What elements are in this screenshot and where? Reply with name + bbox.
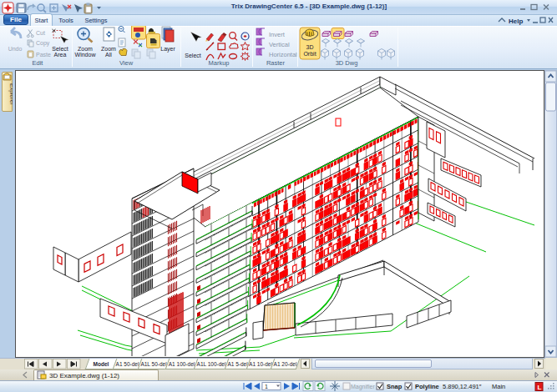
svg-text:Snap: Snap	[387, 383, 403, 390]
svg-text:1: 1	[265, 384, 268, 389]
svg-text:Magnifier: Magnifier	[351, 384, 375, 390]
svg-text:5.890,12.491″: 5.890,12.491″	[443, 383, 482, 390]
svg-text:Polyline: Polyline	[415, 383, 439, 390]
svg-text:L: L	[538, 384, 542, 391]
svg-text:Main: Main	[492, 383, 505, 390]
